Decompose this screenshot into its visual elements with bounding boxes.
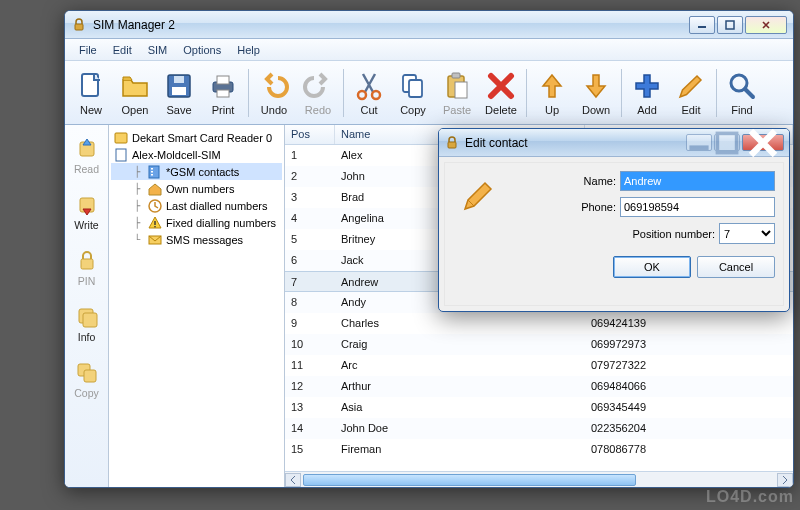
- menu-edit[interactable]: Edit: [105, 41, 140, 59]
- ok-button[interactable]: OK: [613, 256, 691, 278]
- tree-item-1[interactable]: ├Own numbers: [111, 180, 282, 197]
- add-button[interactable]: Add: [625, 65, 669, 121]
- tree-item-0[interactable]: ├*GSM contacts: [111, 163, 282, 180]
- svg-rect-29: [151, 174, 153, 176]
- position-label: Position number:: [632, 228, 715, 240]
- phone-input[interactable]: [620, 197, 775, 217]
- toolbar-label: Down: [582, 104, 610, 116]
- redo-button: Redo: [296, 65, 340, 121]
- position-select[interactable]: 7: [719, 223, 775, 244]
- pencil-icon: [675, 70, 707, 102]
- toolbar-label: Undo: [261, 104, 287, 116]
- open-button[interactable]: Open: [113, 65, 157, 121]
- dialog-lock-icon: [444, 135, 460, 151]
- copy-button[interactable]: Copy: [391, 65, 435, 121]
- cut-button[interactable]: Cut: [347, 65, 391, 121]
- table-row[interactable]: 11Arc079727322: [285, 355, 793, 376]
- new-button[interactable]: New: [69, 65, 113, 121]
- svg-rect-21: [83, 313, 97, 327]
- sim-copy-icon: [75, 361, 99, 385]
- maximize-button[interactable]: [717, 16, 743, 34]
- paste-icon: [441, 70, 473, 102]
- pencil-icon: [453, 171, 501, 297]
- svg-rect-4: [172, 87, 186, 95]
- svg-rect-27: [151, 168, 153, 170]
- svg-rect-25: [116, 149, 126, 161]
- reader-icon: [113, 130, 129, 146]
- undo-button[interactable]: Undo: [252, 65, 296, 121]
- dialog-close-button[interactable]: [742, 134, 784, 151]
- table-row[interactable]: 10Craig069972973: [285, 334, 793, 355]
- down-button[interactable]: Down: [574, 65, 618, 121]
- table-row[interactable]: 9Charles069424139: [285, 313, 793, 334]
- save-button[interactable]: Save: [157, 65, 201, 121]
- table-row[interactable]: 14John Doe022356204: [285, 418, 793, 439]
- svg-rect-15: [455, 82, 467, 98]
- name-label: Name:: [584, 175, 616, 187]
- toolbar-label: Add: [637, 104, 657, 116]
- tree-item-4[interactable]: └SMS messages: [111, 231, 282, 248]
- svg-rect-31: [154, 221, 155, 225]
- table-row[interactable]: 12Arthur069484066: [285, 376, 793, 397]
- plus-icon: [631, 70, 663, 102]
- arrow-down-icon: [580, 70, 612, 102]
- left-sidebar: ReadWritePINInfoCopy: [65, 125, 109, 487]
- print-button[interactable]: Print: [201, 65, 245, 121]
- svg-rect-5: [174, 76, 184, 83]
- sidebar-info-button[interactable]: Info: [67, 297, 107, 351]
- toolbar-label: Up: [545, 104, 559, 116]
- toolbar-label: New: [80, 104, 102, 116]
- menu-help[interactable]: Help: [229, 41, 268, 59]
- toolbar-label: Find: [731, 104, 752, 116]
- svg-point-9: [358, 91, 366, 99]
- tree-item-2[interactable]: ├Last dialled numbers: [111, 197, 282, 214]
- menu-bar: File Edit SIM Options Help: [65, 39, 793, 61]
- new-file-icon: [75, 70, 107, 102]
- svg-rect-14: [452, 73, 460, 78]
- cut-icon: [353, 70, 385, 102]
- svg-rect-26: [149, 166, 159, 178]
- arrow-up-icon: [536, 70, 568, 102]
- svg-rect-8: [217, 90, 229, 97]
- sim-icon: [113, 147, 129, 163]
- scroll-right-arrow[interactable]: [777, 473, 793, 487]
- horizontal-scrollbar[interactable]: [285, 471, 793, 487]
- cancel-button[interactable]: Cancel: [697, 256, 775, 278]
- table-row[interactable]: 13Asia069345449: [285, 397, 793, 418]
- undo-icon: [258, 70, 290, 102]
- svg-rect-1: [726, 21, 734, 29]
- table-row[interactable]: 15Fireman078086778: [285, 439, 793, 460]
- col-pos[interactable]: Pos: [285, 125, 335, 144]
- edit-contact-dialog: Edit contact Name: Phone: Position numbe…: [438, 128, 790, 312]
- delete-button[interactable]: Delete: [479, 65, 523, 121]
- tree-sim[interactable]: Alex-Moldcell-SIM: [111, 146, 282, 163]
- tree-root[interactable]: Dekart Smart Card Reader 0: [111, 129, 282, 146]
- sidebar-pin-button: PIN: [67, 241, 107, 295]
- toolbar-label: Open: [122, 104, 149, 116]
- menu-options[interactable]: Options: [175, 41, 229, 59]
- menu-file[interactable]: File: [71, 41, 105, 59]
- svg-rect-35: [717, 133, 736, 152]
- close-button[interactable]: [745, 16, 787, 34]
- scroll-left-arrow[interactable]: [285, 473, 301, 487]
- dialog-title-bar[interactable]: Edit contact: [439, 129, 789, 157]
- minimize-button[interactable]: [689, 16, 715, 34]
- up-button[interactable]: Up: [530, 65, 574, 121]
- menu-sim[interactable]: SIM: [140, 41, 176, 59]
- sim-pin-icon: [75, 249, 99, 273]
- magnifier-icon: [726, 70, 758, 102]
- svg-rect-19: [81, 259, 93, 269]
- tree-item-3[interactable]: ├Fixed dialling numbers: [111, 214, 282, 231]
- envelope-icon: [147, 232, 163, 248]
- toolbar-label: Paste: [443, 104, 471, 116]
- title-bar[interactable]: SIM Manager 2: [65, 11, 793, 39]
- edit-button[interactable]: Edit: [669, 65, 713, 121]
- name-input[interactable]: [620, 171, 775, 191]
- scroll-thumb[interactable]: [303, 474, 636, 486]
- sidebar-write-button[interactable]: Write: [67, 185, 107, 239]
- phone-label: Phone:: [581, 201, 616, 213]
- copy-icon: [397, 70, 429, 102]
- find-button[interactable]: Find: [720, 65, 764, 121]
- dialog-maximize-button: [714, 134, 740, 151]
- svg-rect-12: [409, 80, 422, 97]
